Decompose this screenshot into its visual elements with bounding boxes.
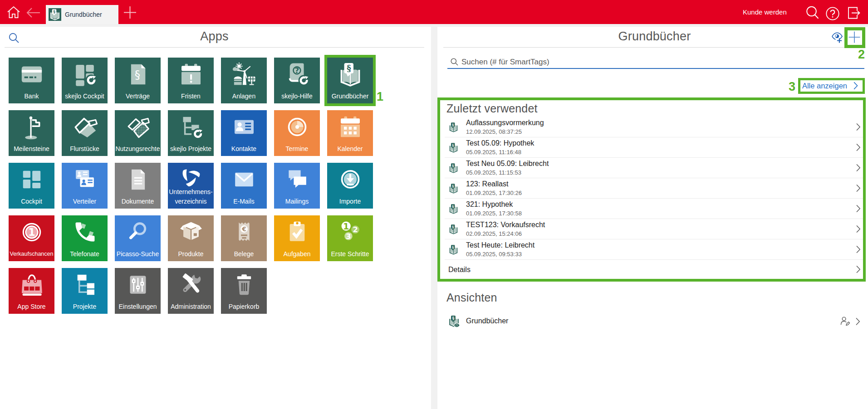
help-icon[interactable]	[826, 7, 839, 20]
cards2-icon	[72, 167, 98, 192]
app-tile-dokumente[interactable]: Dokumente	[115, 163, 161, 209]
app-tile-label-line: Kalender	[324, 144, 376, 154]
app-tile-belege[interactable]: Belege	[221, 215, 267, 261]
app-tile-anlagen[interactable]: Anlagen	[221, 58, 267, 103]
app-tile-importe[interactable]: Importe	[327, 163, 373, 209]
app-tile-nutzungsrechte[interactable]: Nutzungsrechte	[115, 110, 161, 156]
app-tile-vertr-ge[interactable]: Verträge	[115, 58, 161, 103]
recent-list: Auflassungsvormerkung 12.09.2025, 08:37:…	[445, 117, 864, 280]
new-tab-plus-icon[interactable]	[123, 5, 137, 19]
app-tile-e-mails[interactable]: E-Mails	[221, 163, 267, 209]
search-icon[interactable]	[806, 6, 819, 19]
app-tile-picasso-suche[interactable]: Picasso-Suche	[115, 215, 161, 261]
app-tile-meilensteine[interactable]: Meilensteine	[9, 110, 54, 156]
eye-plus-icon[interactable]	[831, 32, 843, 44]
app-tile-skejlo-cockpit[interactable]: skejlo Cockpit	[62, 58, 108, 103]
app-tile-aufgaben[interactable]: Aufgaben	[274, 215, 320, 261]
recent-item[interactable]: TEST123: Vorkaufsrecht 02.09.2025, 15:24…	[445, 219, 864, 239]
logout-icon[interactable]	[847, 6, 861, 19]
app-tile-skejlo-hilfe[interactable]: skejlo-Hilfe	[274, 58, 320, 103]
app-tile-label: Grundbücher	[324, 92, 376, 101]
app-tile-label-line: Produkte	[165, 249, 216, 259]
annotation-label-2: 2	[858, 49, 865, 61]
recent-item[interactable]: Test 05.09: Hypothek 05.09.2025, 11:16:4…	[445, 137, 864, 158]
app-tile-papierkorb[interactable]: Papierkorb	[221, 268, 267, 314]
tools-icon	[178, 272, 204, 297]
recent-item-title: Test Heute: Leibrecht	[466, 241, 535, 249]
app-tile-label-line: Cockpit	[6, 197, 57, 206]
app-tile-label: Projekte	[59, 302, 110, 312]
app-tile-label: skejlo Cockpit	[59, 92, 110, 101]
view-item-grundbuecher[interactable]: Grundbücher	[446, 312, 864, 332]
recent-item-timestamp: 12.09.2025, 08:37:25	[466, 128, 522, 135]
app-tile-flurst-cke[interactable]: Flurstücke	[62, 110, 108, 156]
app-tile-app-store[interactable]: App Store	[9, 268, 54, 314]
recent-item[interactable]: 123: Reallast 01.09.2025, 17:30:26	[445, 178, 864, 199]
app-tile-label: App Store	[6, 302, 57, 312]
app-tile-produkte[interactable]: Produkte	[168, 215, 214, 261]
app-tile-fristen[interactable]: Fristen	[168, 58, 214, 103]
recent-item-title: Test Neu 05.09: Leibrecht	[466, 160, 549, 168]
app-tile-label: Anlagen	[218, 92, 270, 101]
app-tile-unternehmensverzeichnis[interactable]: Unternehmens-verzeichnis	[168, 163, 214, 209]
app-tile-label-line: Picasso-Suche	[112, 249, 163, 259]
app-tile-telefonate[interactable]: Telefonate	[62, 215, 108, 261]
recent-item-timestamp: 05.09.2025, 11:15:53	[466, 169, 521, 176]
app-tile-termine[interactable]: Termine	[274, 110, 320, 156]
plus-icon[interactable]	[848, 30, 861, 44]
app-tile-grundb-cher[interactable]: Grundbücher	[327, 58, 373, 103]
app-tile-label-line: Meilensteine	[6, 144, 57, 154]
app-tile-label-line: Verkaufschancen	[6, 249, 57, 259]
share-person-icon[interactable]	[840, 316, 850, 326]
flag-icon	[19, 114, 44, 140]
app-tile-bank[interactable]: Bank	[9, 58, 54, 103]
app-tile-skejlo-projekte[interactable]: skejlo Projekte	[168, 110, 214, 156]
document-icon	[125, 167, 151, 192]
grundbuch-item-icon	[448, 204, 459, 214]
app-tile-cockpit[interactable]: Cockpit	[9, 163, 54, 209]
app-tile-administration[interactable]: Administration	[168, 268, 214, 314]
recent-item-timestamp: 01.09.2025, 17:30:58	[466, 210, 522, 217]
recent-item[interactable]: Test Neu 05.09: Leibrecht 05.09.2025, 11…	[445, 158, 864, 178]
app-tile-label: Dokumente	[112, 197, 163, 206]
app-tile-label-line: skejlo Projekte	[165, 144, 216, 154]
app-tile-label-line: E-Mails	[218, 197, 270, 206]
app-tile-label-line: Aufgaben	[271, 249, 323, 259]
grundbuch-icon	[338, 62, 363, 87]
clock-pie-icon	[284, 114, 310, 140]
app-tile-label: Importe	[324, 197, 376, 206]
magnifier-icon	[125, 219, 151, 245]
app-tile-projekte[interactable]: Projekte	[62, 268, 108, 314]
app-tile-label-line: Kontakte	[218, 144, 270, 154]
app-tile-erste-schritte[interactable]: Erste Schritte	[327, 215, 373, 261]
details-row[interactable]: Details	[445, 260, 864, 280]
tab-grundbuecher[interactable]: Grundbücher	[46, 5, 118, 24]
app-tile-verteiler[interactable]: Verteiler	[62, 163, 108, 209]
apps-panel-header: Apps	[5, 27, 424, 48]
app-tile-verkaufschancen[interactable]: Verkaufschancen	[9, 215, 54, 261]
tiles4-icon	[19, 167, 44, 192]
back-icon[interactable]	[26, 7, 40, 18]
search-field	[447, 57, 864, 69]
kunde-werden-link[interactable]: Kunde werden	[743, 0, 787, 24]
show-all-button[interactable]: Alle anzeigen	[800, 81, 863, 92]
parcels-icon	[72, 114, 98, 140]
annotation-label-1: 1	[377, 91, 383, 103]
app-tile-einstellungen[interactable]: Einstellungen	[115, 268, 161, 314]
grundbuch-item-icon	[448, 122, 459, 132]
app-tile-kontakte[interactable]: Kontakte	[221, 110, 267, 156]
recent-item[interactable]: Test Heute: Leibrecht 05.09.2025, 09:53:…	[445, 239, 864, 260]
app-tile-kalender[interactable]: Kalender	[327, 110, 373, 156]
app-tile-label: Picasso-Suche	[112, 249, 163, 259]
recent-item[interactable]: Auflassungsvormerkung 12.09.2025, 08:37:…	[445, 117, 864, 137]
app-tile-label: Bank	[6, 92, 57, 101]
recent-item-timestamp: 05.09.2025, 11:16:48	[466, 149, 521, 156]
clipboard-icon	[284, 219, 310, 245]
app-tile-mailings[interactable]: Mailings	[274, 163, 320, 209]
search-input[interactable]	[461, 57, 852, 68]
recent-item[interactable]: 321: Hypothek 01.09.2025, 17:30:58	[445, 199, 864, 219]
app-tile-label-line: Nutzungsrechte	[112, 144, 163, 154]
home-icon[interactable]	[7, 6, 20, 19]
recent-item-title: TEST123: Vorkaufsrecht	[466, 221, 545, 229]
app-tile-label-line: Belege	[218, 249, 270, 259]
